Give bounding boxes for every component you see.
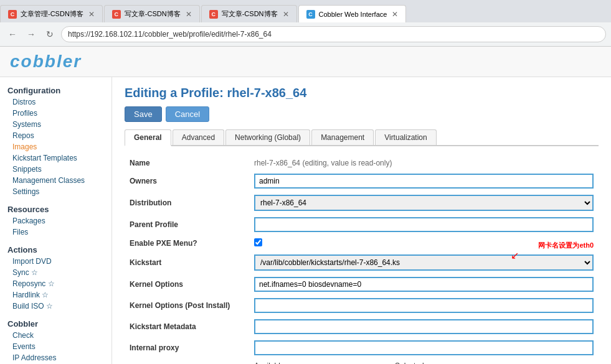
sidebar-link-check[interactable]: Check [0,330,111,341]
form-value-cell [249,214,599,235]
form-value-cell [249,337,599,358]
form-input-owners[interactable] [254,174,594,189]
header: cobbler [0,47,611,77]
form-select-kickstart[interactable]: /var/lib/cobbler/kickstarts/rhel-7-x86_6… [254,254,594,271]
tab-label: 写文章-CSDN博客 [125,9,181,19]
form-row: Internal proxy [125,337,599,358]
sidebar-section-title: Actions [0,243,111,256]
tab-favicon-icon: C [112,10,121,19]
sidebar-link-ip-addresses[interactable]: IP Addresses [0,352,111,363]
browser-tab[interactable]: C写文章-CSDN博客✕ [201,5,297,22]
form-label: Internal proxy [125,337,249,358]
sidebar-link-snippets[interactable]: Snippets [0,164,111,175]
tab-favicon-icon: C [8,10,17,19]
sidebar-link-kickstart-templates[interactable]: Kickstart Templates [0,152,111,164]
tab-bar: C文章管理-CSDN博客✕C写文章-CSDN博客✕C写文章-CSDN博客✕CCo… [0,0,611,22]
close-tab-button[interactable]: ✕ [186,10,192,19]
tab-networking-(global)[interactable]: Networking (Global) [225,129,310,145]
form-row: Namerhel-7-x86_64 (editing, value is rea… [125,155,599,170]
tab-favicon-icon: C [306,10,315,19]
browser-tab[interactable]: CCobbler Web Interface✕ [298,5,407,22]
sidebar-link-hardlink-☆[interactable]: Hardlink ☆ [0,289,111,301]
sidebar-link-sync-☆[interactable]: Sync ☆ [0,267,111,278]
form-label: Kickstart Metadata [125,316,249,337]
form-value-cell [249,316,599,337]
cobbler-logo: cobbler [10,52,601,72]
sidebar-link-packages[interactable]: Packages [0,215,111,226]
form-input-internal-proxy[interactable] [254,340,594,355]
sidebar-section-title: Resources [0,202,111,215]
action-buttons: Save Cancel [125,106,599,122]
sidebar-section-title: Configuration [0,83,111,96]
form-value-cell: /var/lib/cobbler/kickstarts/rhel-7-x86_6… [249,251,599,274]
form-label: Owners [125,170,249,192]
form-input-parent-profile[interactable] [254,217,594,232]
sidebar-link-files[interactable]: Files [0,226,111,238]
form-value-cell [249,274,599,295]
form-input-kernel-options-(post-install)[interactable] [254,298,594,313]
form-label: Parent Profile [125,214,249,235]
tabs-container: GeneralAdvancedNetworking (Global)Manage… [125,129,599,146]
repos-selected-label: Selected: [345,362,426,364]
sidebar-link-reposync-☆[interactable]: Reposync ☆ [0,278,111,289]
tab-label: Cobbler Web Interface [319,11,387,18]
tab-advanced[interactable]: Advanced [173,129,224,145]
tab-management[interactable]: Management [311,129,374,145]
cancel-button[interactable]: Cancel [166,106,209,122]
page-title: Editing a Profile: rhel-7-x86_64 [125,86,599,100]
content: ConfigurationDistrosProfilesSystemsRepos… [0,77,611,364]
tab-label: 文章管理-CSDN博客 [21,9,83,19]
sidebar-link-profiles[interactable]: Profiles [0,108,111,119]
form-row: Kickstart Metadata [125,316,599,337]
form-input-kickstart-metadata[interactable] [254,319,594,334]
form-value-cell: rhel-7-x86_64 (editing, value is read-on… [249,155,599,170]
form-select-distribution[interactable]: rhel-7-x86_64 [254,195,594,211]
form-row: Owners [125,170,599,192]
refresh-button[interactable]: ↻ [42,27,57,42]
form-label: Enable PXE Menu? [125,235,249,251]
tab-general[interactable]: General [125,129,171,146]
sidebar: ConfigurationDistrosProfilesSystemsRepos… [0,77,112,364]
form-row: Kickstart/var/lib/cobbler/kickstarts/rhe… [125,251,599,274]
sidebar-link-repos[interactable]: Repos [0,130,111,141]
annotation-text: 网卡名设置为eth0 [538,241,594,250]
sidebar-link-import-dvd[interactable]: Import DVD [0,256,111,267]
page: cobbler ConfigurationDistrosProfilesSyst… [0,47,611,364]
sidebar-link-systems[interactable]: Systems [0,119,111,130]
address-bar: ← → ↻ [0,22,611,46]
form-label: Distribution [125,192,249,214]
save-button[interactable]: Save [125,106,162,122]
form-table: Namerhel-7-x86_64 (editing, value is rea… [125,155,599,364]
repos-available-label: Available: [254,362,335,364]
form-label: Repos [125,358,249,364]
sidebar-link-management-classes[interactable]: Management Classes [0,175,111,186]
form-label: Kernel Options (Post Install) [125,295,249,316]
form-value-cell: Available:<<None>>Selected: [249,358,599,364]
browser-chrome: C文章管理-CSDN博客✕C写文章-CSDN博客✕C写文章-CSDN博客✕CCo… [0,0,611,47]
address-input[interactable] [61,26,606,42]
form-value-cell [249,170,599,192]
sidebar-link-settings[interactable]: Settings [0,186,111,197]
form-label: Kickstart [125,251,249,274]
close-tab-button[interactable]: ✕ [392,10,398,19]
sidebar-link-distros[interactable]: Distros [0,96,111,108]
browser-tab[interactable]: C文章管理-CSDN博客✕ [0,5,103,22]
form-checkbox-enable-pxe-menu?[interactable] [254,238,262,246]
form-value-cell: rhel-7-x86_64 [249,192,599,214]
form-row: Enable PXE Menu? [125,235,599,251]
tab-label: 写文章-CSDN博客 [222,9,278,19]
close-tab-button[interactable]: ✕ [283,10,289,19]
form-row: Kernel Options (Post Install) [125,295,599,316]
sidebar-link-events[interactable]: Events [0,341,111,352]
form-label: Kernel Options [125,274,249,295]
form-input-kernel-options[interactable] [254,277,594,292]
tab-virtualization[interactable]: Virtualization [375,129,436,145]
sidebar-link-images[interactable]: Images [0,141,111,152]
form-row: Parent Profile [125,214,599,235]
browser-tab[interactable]: C写文章-CSDN博客✕ [104,5,200,22]
sidebar-link-build-iso-☆[interactable]: Build ISO ☆ [0,301,111,312]
form-row: ReposAvailable:<<None>>Selected: [125,358,599,364]
back-button[interactable]: ← [5,27,20,42]
close-tab-button[interactable]: ✕ [88,10,95,19]
forward-button[interactable]: → [24,27,39,42]
